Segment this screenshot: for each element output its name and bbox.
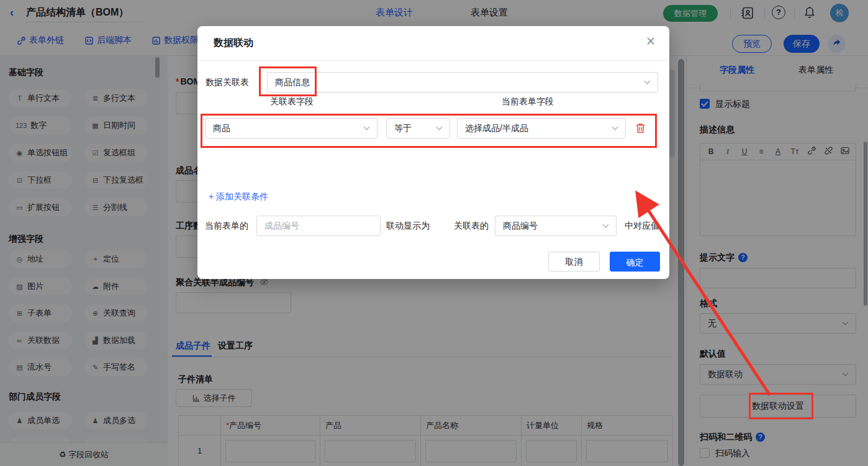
current-field-input[interactable]: 成品编号 xyxy=(256,216,381,236)
annotation-arrow xyxy=(621,183,782,404)
close-icon[interactable]: ✕ xyxy=(646,34,656,48)
column-header-left: 关联表字段 xyxy=(270,96,314,107)
data-linkage-modal: 数据联动 ✕ 数据关联表 商品信息 关联表字段 当前表单字段 商品 等于 选择成… xyxy=(197,26,669,279)
relation-table-label: 数据关联表 xyxy=(206,77,249,88)
display-as-label: 联动显示为 xyxy=(386,221,430,232)
modal-divider xyxy=(197,60,669,61)
related-field-select[interactable]: 商品编号 xyxy=(495,216,617,236)
chevron-down-icon xyxy=(644,78,651,84)
relation-table-select[interactable]: 商品信息 xyxy=(267,72,658,93)
cancel-button[interactable]: 取消 xyxy=(548,252,600,272)
annotation-box-condition-row xyxy=(201,114,657,148)
modal-title: 数据联动 xyxy=(214,37,253,50)
annotation-box-relation-table xyxy=(259,66,317,96)
chevron-down-icon xyxy=(603,221,609,227)
add-condition-link[interactable]: + 添加关联条件 xyxy=(209,191,268,203)
current-form-label: 当前表单的 xyxy=(205,221,248,232)
column-header-right: 当前表单字段 xyxy=(502,96,554,107)
app-window: ‹ 产品结构清单（BOM） 表单设计 表单设置 数据管理 ? 检 表单 xyxy=(0,0,868,466)
related-table-label: 关联表的 xyxy=(454,221,489,232)
